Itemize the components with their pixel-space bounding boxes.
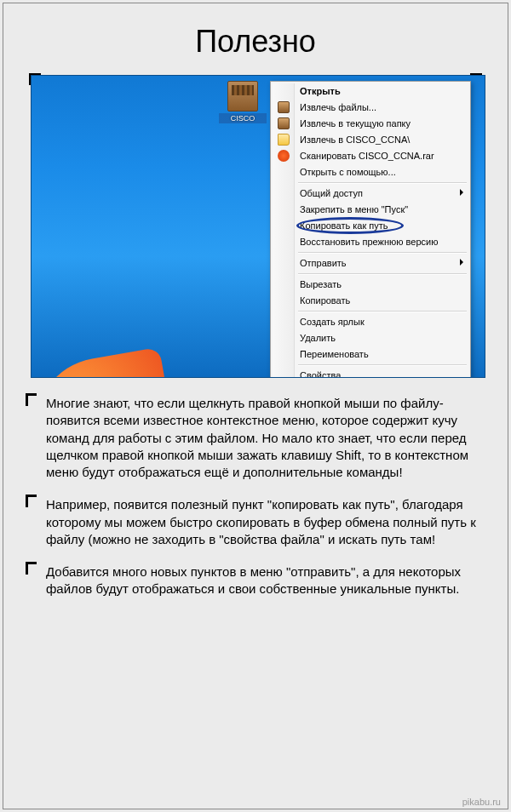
- menu-separator: [298, 311, 467, 312]
- menu-open[interactable]: Открыть: [273, 83, 468, 100]
- menu-label: Вырезать: [300, 279, 342, 289]
- wallpaper-leaf: [31, 347, 183, 378]
- menu-label: Извлечь в CISCO_CCNA\: [300, 134, 410, 145]
- menu-label: Свойства: [300, 370, 341, 378]
- submenu-arrow-icon: [460, 259, 463, 266]
- menu-extract-files[interactable]: Извлечь файлы...: [273, 100, 468, 116]
- menu-label: Копировать как путь: [300, 220, 388, 231]
- menu-separator: [298, 273, 467, 275]
- menu-label: Удалить: [300, 333, 336, 343]
- file-label: CISCO: [219, 113, 267, 123]
- watermark: pikabu.ru: [462, 797, 501, 807]
- post-frame: Полезно CISCO Открыть Извлечь файлы... И…: [3, 3, 508, 809]
- menu-label: Сканировать CISCO_CCNA.rar: [300, 151, 434, 161]
- wallpaper-art: [31, 139, 304, 378]
- menu-label: Извлечь файлы...: [300, 102, 376, 112]
- menu-separator: [298, 364, 467, 366]
- menu-extract-to[interactable]: Извлечь в CISCO_CCNA\: [273, 132, 468, 148]
- menu-restore-previous[interactable]: Восстановить прежнюю версию: [273, 234, 468, 250]
- menu-label: Общий доступ: [300, 188, 363, 198]
- menu-label: Переименовать: [300, 349, 369, 359]
- windows-desktop: CISCO Открыть Извлечь файлы... Извлечь в…: [31, 75, 485, 378]
- folder-icon: [278, 134, 290, 146]
- menu-separator: [298, 252, 467, 254]
- menu-label: Отправить: [300, 258, 347, 268]
- menu-label: Создать ярлык: [300, 317, 365, 327]
- menu-extract-here[interactable]: Извлечь в текущую папку: [273, 116, 468, 132]
- menu-label: Закрепить в меню "Пуск": [300, 204, 408, 214]
- context-menu: Открыть Извлечь файлы... Извлечь в текущ…: [270, 81, 471, 378]
- rar-archive-icon: [227, 81, 258, 112]
- menu-label: Открыть: [300, 86, 341, 96]
- menu-pin-start[interactable]: Закрепить в меню "Пуск": [273, 202, 468, 218]
- menu-label: Открыть с помощью...: [300, 167, 396, 177]
- menu-copy-as-path[interactable]: Копировать как путь: [273, 218, 468, 234]
- menu-label: Извлечь в текущую папку: [300, 118, 411, 129]
- menu-share[interactable]: Общий доступ: [273, 186, 468, 202]
- rar-icon: [278, 101, 290, 113]
- menu-create-shortcut[interactable]: Создать ярлык: [273, 314, 468, 330]
- paragraph-1: Многие знают, что если щелкнуть правой к…: [26, 395, 485, 481]
- menu-copy[interactable]: Копировать: [273, 293, 468, 309]
- menu-scan[interactable]: Сканировать CISCO_CCNA.rar: [273, 148, 468, 164]
- menu-delete[interactable]: Удалить: [273, 330, 468, 346]
- shield-icon: [278, 150, 290, 162]
- paragraph-text: Добавится много новых пунктов в меню "от…: [46, 564, 461, 596]
- menu-label: Восстановить прежнюю версию: [300, 237, 438, 247]
- menu-send-to[interactable]: Отправить: [273, 255, 468, 272]
- paragraph-text: Например, появится полезный пункт "копир…: [46, 497, 476, 546]
- rar-icon: [278, 117, 290, 129]
- paragraph-2: Например, появится полезный пункт "копир…: [26, 496, 485, 548]
- menu-rename[interactable]: Переименовать: [273, 346, 468, 363]
- menu-cut[interactable]: Вырезать: [273, 277, 468, 293]
- desktop-file-icon[interactable]: CISCO: [219, 81, 267, 123]
- paragraph-text: Многие знают, что если щелкнуть правой к…: [46, 396, 468, 479]
- menu-separator: [298, 182, 467, 184]
- paragraph-3: Добавится много новых пунктов в меню "от…: [26, 563, 485, 598]
- post-title: Полезно: [3, 3, 508, 75]
- menu-properties[interactable]: Свойства: [273, 368, 468, 378]
- menu-label: Копировать: [300, 295, 350, 306]
- submenu-arrow-icon: [460, 189, 463, 196]
- screenshot-container: CISCO Открыть Извлечь файлы... Извлечь в…: [31, 75, 480, 378]
- menu-open-with[interactable]: Открыть с помощью...: [273, 164, 468, 180]
